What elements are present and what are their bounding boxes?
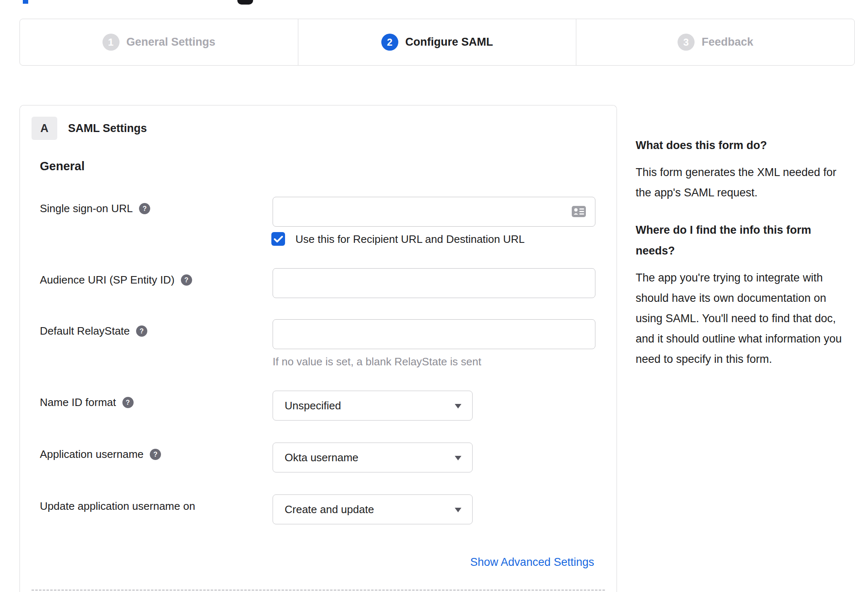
step-configure-saml[interactable]: 2 Configure SAML [298, 19, 576, 65]
contact-card-icon[interactable] [572, 206, 586, 219]
help-icon[interactable]: ? [150, 449, 161, 460]
step-label: Configure SAML [405, 36, 493, 49]
recipient-checkbox-label: Use this for Recipient URL and Destinati… [295, 233, 525, 246]
help-icon[interactable]: ? [139, 203, 150, 214]
step-number-badge: 3 [678, 34, 695, 51]
chevron-down-icon [455, 456, 461, 460]
name-id-format-select[interactable]: Unspecified [273, 391, 473, 421]
recipient-url-checkbox[interactable] [271, 232, 285, 246]
top-edge-blue-fragment [23, 0, 28, 4]
top-edge-dark-fragment [237, 0, 253, 5]
audience-uri-label: Audience URI (SP Entity ID) ? [40, 274, 192, 286]
step-number-badge: 2 [381, 34, 398, 51]
chevron-down-icon [455, 508, 461, 512]
audience-uri-input[interactable] [273, 268, 595, 298]
help-sidebar: What does this form do? This form genera… [636, 135, 853, 386]
help-icon[interactable]: ? [122, 397, 134, 408]
application-username-select[interactable]: Okta username [273, 443, 473, 472]
help-icon[interactable]: ? [181, 274, 192, 286]
relaystate-helper-text: If no value is set, a blank RelayState i… [273, 355, 481, 368]
show-advanced-settings-link[interactable]: Show Advanced Settings [470, 556, 594, 569]
default-relaystate-input[interactable] [273, 319, 595, 349]
help-icon[interactable]: ? [136, 325, 147, 337]
section-title: SAML Settings [68, 122, 147, 135]
sso-url-input[interactable] [273, 197, 595, 227]
step-label: Feedback [702, 36, 753, 49]
section-a-badge: A [32, 117, 57, 140]
saml-settings-panel: A SAML Settings General Single sign-on U… [20, 105, 617, 592]
default-relaystate-label: Default RelayState ? [40, 325, 147, 338]
sidebar-body-what: This form generates the XML needed for t… [636, 162, 853, 203]
sidebar-heading-where: Where do I find the info this form needs… [636, 220, 853, 261]
step-feedback[interactable]: 3 Feedback [576, 19, 854, 65]
sidebar-body-where: The app you're trying to integrate with … [636, 268, 853, 369]
update-app-username-label: Update application username on [40, 500, 195, 513]
update-app-username-select[interactable]: Create and update [273, 494, 473, 524]
section-dashed-divider [32, 590, 605, 591]
step-general-settings[interactable]: 1 General Settings [20, 19, 298, 65]
step-number-badge: 1 [102, 34, 119, 51]
sidebar-heading-what: What does this form do? [636, 135, 853, 156]
checkmark-icon [274, 235, 283, 243]
chevron-down-icon [455, 404, 461, 409]
application-username-label: Application username ? [40, 448, 161, 461]
step-label: General Settings [127, 36, 216, 49]
name-id-format-label: Name ID format ? [40, 396, 134, 409]
sso-url-label: Single sign-on URL ? [40, 202, 150, 215]
wizard-stepper: 1 General Settings 2 Configure SAML 3 Fe… [20, 19, 855, 66]
general-group-heading: General [40, 159, 85, 173]
